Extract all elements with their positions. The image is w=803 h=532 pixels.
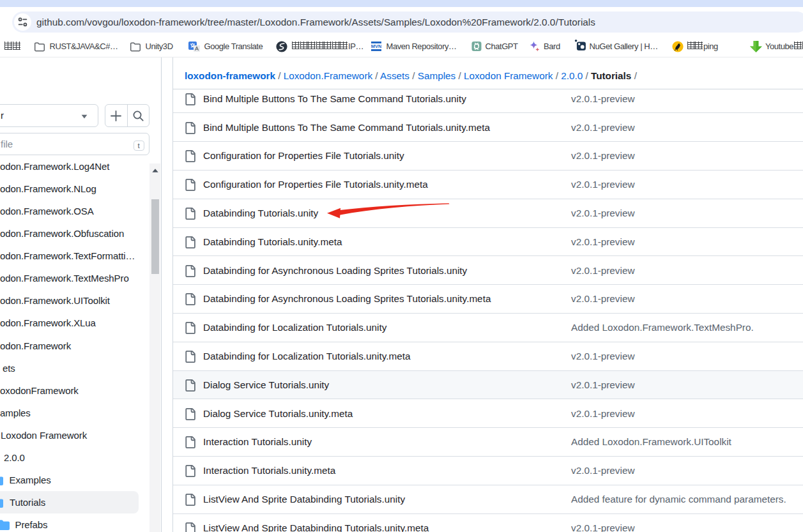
svg-text:MVN: MVN (371, 43, 381, 49)
